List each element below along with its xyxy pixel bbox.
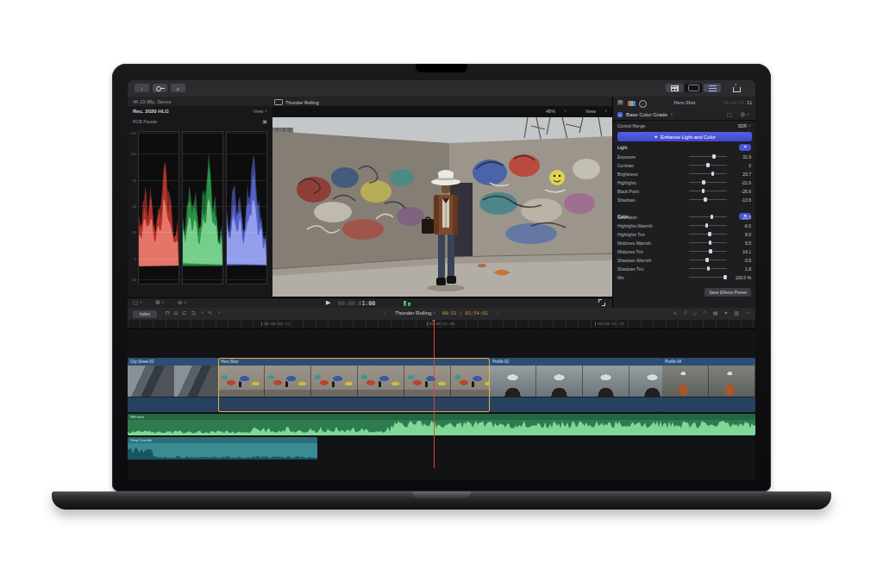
effects-menu-icon[interactable]: ⊘∨ <box>178 299 186 306</box>
audio-skimming-icon[interactable]: ♫ <box>683 310 687 316</box>
slider-value: -6.0 <box>725 223 751 228</box>
play-button[interactable]: ▶ <box>326 299 330 306</box>
slider-mix[interactable]: Mix100.0 % <box>613 272 755 281</box>
slider-highlights-warmth[interactable]: Highlights Warmth-6.0 <box>613 221 755 229</box>
clip-name-label: Profile 04 <box>662 358 755 366</box>
slider-track[interactable] <box>689 199 727 200</box>
background-tasks-button[interactable]: ✓ <box>171 84 185 92</box>
scope-color-space: Rec. 2020 HLG <box>133 109 169 114</box>
scope-settings-icon[interactable]: ▣ <box>262 118 267 124</box>
effects-browser-icon[interactable]: ✦ <box>723 310 728 316</box>
slider-shadows[interactable]: Shadows-13.6 <box>613 195 755 203</box>
slider-track[interactable] <box>689 191 727 191</box>
slider-exposure[interactable]: Exposure31.9 <box>613 152 755 160</box>
slider-track[interactable] <box>689 268 727 269</box>
slider-track[interactable] <box>689 260 727 260</box>
next-clip-icon[interactable]: › <box>498 310 499 316</box>
slider-shadows-warmth[interactable]: Shadows Warmth-3.5 <box>613 255 755 264</box>
skimming-icon[interactable]: ∿ <box>673 310 677 316</box>
magic-wand-icon: ✦ <box>654 134 658 140</box>
retime-menu-icon[interactable]: ⚙∨ <box>155 299 165 306</box>
slider-thumb[interactable] <box>711 172 715 176</box>
viewer-video-frame[interactable] <box>272 117 612 297</box>
slider-midtones-warmth[interactable]: Midtones Warmth9.5 <box>613 238 755 247</box>
audio-meter-right[interactable] <box>408 299 410 306</box>
slider-thumb[interactable] <box>708 232 711 236</box>
import-media-button[interactable]: ↓ <box>135 84 149 92</box>
slider-contrast[interactable]: Contrast0 <box>613 160 755 169</box>
fullscreen-icon[interactable] <box>598 299 605 306</box>
slider-value: -26.6 <box>725 189 751 194</box>
timeline-toggle-button[interactable] <box>685 84 702 92</box>
keyword-editor-button[interactable] <box>153 84 167 92</box>
slider-thumb[interactable] <box>707 266 711 271</box>
dropdown-caret: ∨ <box>184 300 186 304</box>
slider-thumb[interactable] <box>705 258 709 262</box>
slider-track[interactable] <box>689 165 727 166</box>
scope-view-menu[interactable]: View∨ <box>253 109 267 114</box>
slider-track[interactable] <box>689 182 727 183</box>
slider-track[interactable] <box>689 234 727 235</box>
slider-track[interactable] <box>689 251 727 252</box>
control-range-select[interactable]: SDR∨ <box>738 123 751 128</box>
audio-meter-left[interactable] <box>404 299 406 306</box>
dropdown-caret: ∨ <box>140 300 142 304</box>
share-button[interactable]: ↑ <box>728 84 743 92</box>
browser-toggle-button[interactable] <box>666 84 683 92</box>
slider-thumb[interactable] <box>705 223 709 228</box>
slider-saturation[interactable]: Saturation20.5 <box>613 212 755 221</box>
slider-thumb[interactable] <box>702 189 705 193</box>
previous-clip-icon[interactable]: ‹ <box>384 310 385 316</box>
slider-shadows-tint[interactable]: Shadows Tint1.8 <box>613 264 755 272</box>
clip-hero-shot[interactable]: Hero Shot <box>218 358 490 412</box>
slider-black-point[interactable]: Black Point-26.6 <box>613 186 755 195</box>
clip-appearance-icon[interactable]: ▤ <box>713 310 718 316</box>
viewer-zoom-menu[interactable]: 48%∨ <box>537 109 567 114</box>
color-inspector-panel: ▤ i Hero Shot 00:00:05:21 ✓ Base Color G… <box>612 97 755 308</box>
slider-thumb[interactable] <box>712 154 716 159</box>
slider-thumb[interactable] <box>709 241 712 245</box>
auto-enhance-wand-button[interactable]: ✦ <box>739 144 751 151</box>
clip-city-street-03[interactable]: City Street 03 <box>128 358 218 412</box>
slider-thumb[interactable] <box>706 163 710 167</box>
slider-highlights-tint[interactable]: Highlights Tint8.0 <box>613 229 755 238</box>
slider-midtones-tint[interactable]: Midtones Tint14.1 <box>613 247 755 255</box>
blade-tool-icon[interactable]: ▢∨ <box>133 299 142 306</box>
slider-thumb[interactable] <box>709 249 712 253</box>
effect-name-menu[interactable]: Base Color Grade ∨ <box>626 112 673 117</box>
slider-track[interactable] <box>689 242 727 243</box>
viewer-view-menu[interactable]: View∨ <box>577 109 607 114</box>
slider-thumb[interactable] <box>704 197 707 202</box>
timeline-title-menu[interactable]: Thunder Rolling∨ <box>395 310 435 316</box>
index-panel-icon[interactable]: ▥ <box>734 310 739 316</box>
save-effects-preset-button[interactable]: Save Effects Preset <box>705 288 751 297</box>
slider-brightness[interactable]: Brightness23.7 <box>613 169 755 178</box>
inspector-toggle-button[interactable] <box>704 84 721 92</box>
slider-track[interactable] <box>689 277 727 278</box>
zoom-fit-icon[interactable]: ↔ <box>745 310 750 316</box>
slider-track[interactable] <box>689 173 727 174</box>
slider-track[interactable] <box>689 225 727 226</box>
enhance-light-color-button[interactable]: ✦ Enhance Light and Color <box>617 132 752 141</box>
scope-column-green <box>182 131 223 285</box>
solo-icon[interactable]: ∩ <box>703 310 706 316</box>
slider-thumb[interactable] <box>702 180 705 185</box>
effect-settings-icon[interactable]: ⚙∨ <box>740 111 749 118</box>
slider-value: -21.6 <box>725 180 751 185</box>
clip-audio-strip <box>490 397 662 412</box>
snapping-icon[interactable]: ◇ <box>693 310 698 316</box>
audio-clip-vinyl-crackle[interactable]: Vinyl Crackle <box>128 437 317 460</box>
effect-enable-checkbox[interactable]: ✓ <box>617 112 623 117</box>
slider-track[interactable] <box>689 156 727 157</box>
clip-profile-04[interactable]: Profile 04 <box>662 358 755 412</box>
slider-highlights[interactable]: Highlights-21.6 <box>613 178 755 186</box>
audio-clip-riff-intro[interactable]: Riff Intro <box>128 414 755 435</box>
clip-profile-02[interactable]: Profile 02 <box>490 358 662 412</box>
app-toolbar: ↓ ✓ ↑ <box>128 80 755 97</box>
slider-track[interactable] <box>689 216 727 217</box>
timeline-tracks[interactable]: City Street 03Hero ShotProfile 02Profile… <box>128 328 755 480</box>
clip-name-label: Profile 02 <box>490 358 662 366</box>
slider-thumb[interactable] <box>711 215 714 219</box>
playhead[interactable] <box>434 320 435 468</box>
effect-mask-icon[interactable]: ▢ <box>727 111 732 118</box>
